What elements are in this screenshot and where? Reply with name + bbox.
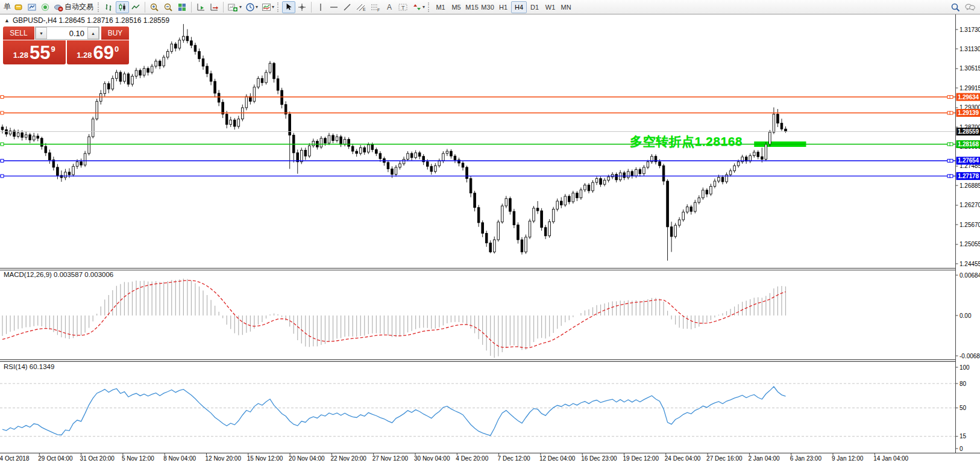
timeframe-group: M1M5M15M30H1H4D1W1MN	[433, 1, 574, 13]
svg-text:27 Dec 16:00: 27 Dec 16:00	[706, 455, 743, 462]
timeframe-button-D1[interactable]: D1	[527, 1, 542, 13]
svg-text:15 Nov 12:00: 15 Nov 12:00	[247, 455, 283, 462]
new-chart-dropdown[interactable]: ▾	[226, 1, 243, 13]
timeframe-button-W1[interactable]: W1	[542, 1, 558, 13]
timeframe-button-M15[interactable]: M15	[464, 1, 480, 13]
new-order-icon[interactable]	[12, 1, 25, 13]
arrows-dropdown[interactable]: ▾	[410, 1, 427, 13]
toolbar-drag-handle[interactable]	[98, 2, 100, 12]
svg-text:A: A	[387, 3, 392, 11]
one-click-collapse-icon[interactable]: ▲	[4, 17, 10, 23]
svg-text:1.26270: 1.26270	[960, 202, 980, 208]
buy-price-prefix: 1.28	[77, 51, 92, 60]
price-badge-1.27178: 1.27178	[956, 172, 980, 180]
timeframe-button-MN[interactable]: MN	[558, 1, 574, 13]
timeframe-button-H1[interactable]: H1	[495, 1, 511, 13]
bid-price-badge: 1.28559	[956, 128, 980, 135]
auto-scroll-icon[interactable]	[194, 1, 207, 13]
macd-label: MACD(12,26,9) 0.003587 0.003006	[4, 271, 113, 278]
sell-price-pip: 9	[51, 45, 55, 54]
autotrading-label: 自动交易	[64, 2, 93, 12]
symbol-ohlc-line: ▲ GBPUSD-,H4 1.28645 1.28716 1.28516 1.2…	[4, 16, 169, 25]
line-chart-icon[interactable]	[129, 1, 142, 13]
svg-text:1.25055: 1.25055	[960, 241, 980, 247]
svg-text:15: 15	[960, 433, 967, 440]
svg-text:1.31730: 1.31730	[960, 26, 980, 33]
chat-icon[interactable]	[963, 1, 978, 13]
svg-text:1.28168: 1.28168	[958, 141, 979, 148]
volume-increase-button[interactable]: ▲	[87, 27, 99, 39]
rsi-line	[2, 387, 786, 435]
svg-text:1.27178: 1.27178	[958, 173, 979, 179]
price-badge-1.29634: 1.29634	[956, 93, 980, 101]
text-icon[interactable]: A	[383, 1, 396, 13]
zoom-in-icon[interactable]	[148, 1, 162, 13]
price-line-1.27178[interactable]	[0, 175, 955, 178]
svg-text:16 Dec 23:00: 16 Dec 23:00	[581, 455, 617, 462]
svg-text:80: 80	[960, 381, 967, 387]
tile-windows-icon[interactable]	[175, 1, 189, 13]
volume-decrease-button[interactable]: ▼	[36, 27, 47, 39]
svg-text:50: 50	[960, 405, 967, 411]
time-axis-labels: 24 Oct 201829 Oct 04:0031 Oct 20:005 Nov…	[0, 453, 909, 462]
price-line-1.28168[interactable]	[0, 143, 955, 146]
toolbar-separator	[223, 2, 224, 13]
trendline-icon[interactable]	[341, 1, 354, 13]
sell-price-display[interactable]: 1.28 55 9	[3, 40, 66, 64]
buy-price-display[interactable]: 1.28 69 0	[67, 40, 130, 64]
chart-window-icon[interactable]	[25, 1, 39, 13]
line-anchor-square[interactable]	[950, 175, 953, 178]
price-line-1.29139[interactable]	[0, 111, 955, 114]
line-anchor-square[interactable]	[950, 111, 953, 114]
timeframe-button-M5[interactable]: M5	[448, 1, 464, 13]
sell-button[interactable]: SELL	[3, 26, 34, 40]
chart-shift-icon[interactable]	[207, 1, 221, 13]
periods-dropdown[interactable]: ▾	[243, 1, 260, 13]
sell-price-big: 55	[30, 43, 50, 62]
new-order-label[interactable]: 单	[4, 2, 11, 12]
svg-text:19 Dec 12:00: 19 Dec 12:00	[623, 455, 659, 462]
svg-text:1.29915: 1.29915	[960, 85, 980, 92]
svg-text:5 Nov 12:00: 5 Nov 12:00	[122, 455, 154, 462]
line-anchor-square[interactable]	[950, 96, 953, 99]
svg-text:1.29634: 1.29634	[958, 94, 979, 101]
toolbar: 单 自动交易 ▾ ▾ ▾ E F A T ▾ M1M	[0, 0, 980, 14]
timeframe-button-H4[interactable]: H4	[511, 1, 527, 13]
timeframe-button-M30[interactable]: M30	[480, 1, 495, 13]
svg-text:8 Nov 04:00: 8 Nov 04:00	[163, 455, 196, 462]
volume-stepper: ▼ 0.10 ▲	[35, 26, 99, 40]
mt4-window: 单 自动交易 ▾ ▾ ▾ E F A T ▾ M1M	[0, 0, 980, 463]
toolbar-drag-handle[interactable]	[428, 2, 430, 12]
toolbar-drag-handle[interactable]	[277, 2, 280, 12]
svg-text:2 Jan 04:00: 2 Jan 04:00	[748, 455, 780, 462]
signals-icon[interactable]	[39, 1, 52, 13]
horizontal-line-icon[interactable]	[327, 1, 341, 13]
buy-price-big: 69	[93, 43, 114, 62]
timeframe-button-M1[interactable]: M1	[433, 1, 448, 13]
indicators-dropdown[interactable]: ▾	[260, 1, 276, 13]
price-badge-1.27654: 1.27654	[956, 157, 980, 164]
chevron-down-icon: ▾	[239, 4, 242, 10]
svg-text:30 Nov 04:00: 30 Nov 04:00	[414, 455, 450, 462]
equidistant-channel-icon[interactable]: E	[354, 1, 368, 13]
candlestick-icon[interactable]	[116, 1, 129, 13]
bar-chart-icon[interactable]	[102, 1, 116, 13]
text-label-icon[interactable]: T	[396, 1, 410, 13]
buy-button[interactable]: BUY	[101, 26, 129, 40]
line-anchor-square[interactable]	[950, 143, 953, 146]
svg-text:1.25670: 1.25670	[960, 222, 980, 228]
line-anchor-square[interactable]	[950, 159, 953, 162]
svg-text:100: 100	[960, 364, 970, 371]
volume-value[interactable]: 0.10	[47, 27, 87, 39]
svg-text:22 Nov 20:00: 22 Nov 20:00	[330, 455, 366, 462]
cursor-icon[interactable]	[282, 1, 295, 13]
crosshair-icon[interactable]	[295, 1, 309, 13]
pivot-annotation-text[interactable]: 多空转折点1.28168	[579, 133, 743, 150]
price-line-1.27654[interactable]	[0, 159, 955, 162]
price-line-1.29634[interactable]	[0, 96, 955, 99]
search-icon[interactable]	[949, 1, 963, 13]
fibonacci-icon[interactable]: F	[368, 1, 383, 13]
zoom-out-icon[interactable]	[162, 1, 175, 13]
autotrading-button[interactable]: 自动交易	[52, 1, 96, 13]
vertical-line-icon[interactable]	[314, 1, 327, 13]
